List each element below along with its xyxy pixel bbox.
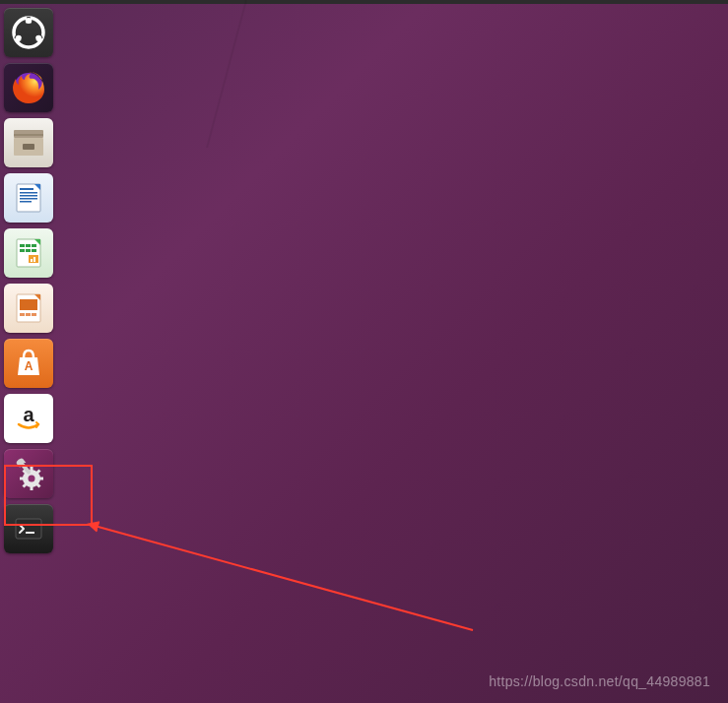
amazon-icon: a <box>11 401 46 436</box>
svg-point-7 <box>26 18 32 24</box>
libreoffice-calc-launcher[interactable] <box>4 228 53 278</box>
svg-point-8 <box>16 35 22 41</box>
unity-launcher: A a <box>4 8 57 553</box>
files-launcher[interactable] <box>4 118 53 167</box>
libreoffice-writer-launcher[interactable] <box>4 173 53 223</box>
svg-rect-33 <box>20 313 25 316</box>
amazon-launcher[interactable]: a <box>4 394 53 443</box>
libreoffice-writer-icon <box>11 180 46 216</box>
svg-rect-24 <box>32 244 36 247</box>
svg-rect-49 <box>16 519 41 539</box>
gear-wrench-icon <box>9 454 48 493</box>
shopping-bag-icon: A <box>11 346 46 381</box>
svg-rect-23 <box>26 244 31 247</box>
firefox-launcher[interactable] <box>4 63 53 112</box>
svg-rect-20 <box>20 201 32 203</box>
dash-home-button[interactable] <box>4 8 53 57</box>
svg-text:a: a <box>23 404 34 425</box>
ubuntu-software-launcher[interactable]: A <box>4 339 53 388</box>
terminal-icon <box>11 511 46 546</box>
svg-rect-17 <box>20 192 37 194</box>
svg-rect-14 <box>14 134 43 136</box>
svg-rect-41 <box>31 485 33 490</box>
svg-rect-43 <box>38 478 43 480</box>
svg-rect-18 <box>20 195 37 197</box>
terminal-launcher[interactable] <box>4 504 53 553</box>
svg-rect-26 <box>26 249 31 252</box>
system-settings-launcher[interactable] <box>4 449 53 498</box>
files-icon <box>10 124 47 161</box>
libreoffice-impress-icon <box>11 290 46 326</box>
annotation-arrow <box>0 0 728 703</box>
svg-rect-13 <box>23 144 34 150</box>
svg-rect-32 <box>20 299 37 310</box>
ubuntu-logo-icon <box>11 15 46 50</box>
svg-rect-25 <box>20 249 25 252</box>
watermark-text: https://blog.csdn.net/qq_44989881 <box>489 673 710 689</box>
svg-point-39 <box>29 476 35 482</box>
svg-rect-22 <box>20 244 25 247</box>
svg-line-51 <box>95 526 473 630</box>
svg-rect-35 <box>32 313 36 316</box>
firefox-icon <box>9 68 48 107</box>
top-menu-bar <box>0 0 728 4</box>
svg-rect-19 <box>20 198 37 200</box>
svg-point-9 <box>35 35 41 41</box>
svg-rect-50 <box>26 532 34 534</box>
svg-rect-40 <box>31 467 33 472</box>
libreoffice-impress-launcher[interactable] <box>4 284 53 333</box>
svg-text:A: A <box>25 359 33 373</box>
svg-rect-34 <box>26 313 31 316</box>
svg-rect-27 <box>32 249 36 252</box>
svg-rect-42 <box>20 478 25 480</box>
svg-rect-16 <box>20 188 33 190</box>
svg-rect-29 <box>31 259 33 262</box>
libreoffice-calc-icon <box>11 235 46 271</box>
svg-rect-30 <box>33 257 35 262</box>
